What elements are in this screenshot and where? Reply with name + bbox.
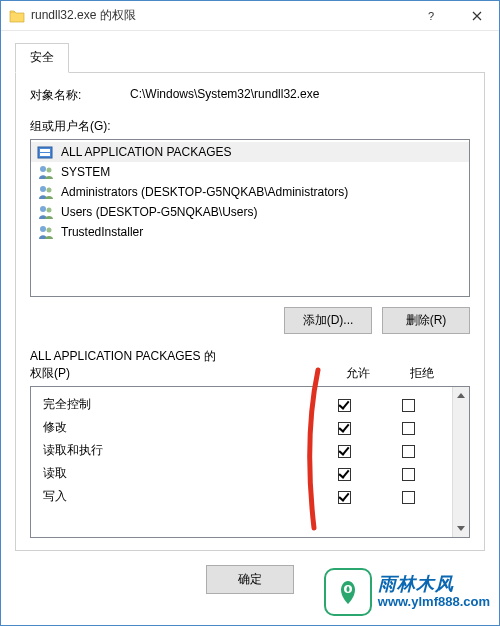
allow-checkbox[interactable] xyxy=(338,468,351,481)
titlebar: rundll32.exe 的权限 ? xyxy=(1,1,499,31)
list-item-label: Administrators (DESKTOP-G5NQKAB\Administ… xyxy=(61,185,348,199)
svg-point-7 xyxy=(47,188,52,193)
groups-listbox[interactable]: ALL APPLICATION PACKAGESSYSTEMAdministra… xyxy=(30,139,470,297)
user-icon xyxy=(37,224,55,240)
list-item[interactable]: Users (DESKTOP-G5NQKAB\Users) xyxy=(31,202,469,222)
package-icon xyxy=(37,144,55,160)
ok-button[interactable]: 确定 xyxy=(206,565,294,594)
column-allow: 允许 xyxy=(326,365,390,382)
watermark-logo: 雨林木风 www.ylmf888.com xyxy=(324,568,490,616)
users-icon xyxy=(37,184,55,200)
list-item-label: SYSTEM xyxy=(61,165,110,179)
close-button[interactable] xyxy=(454,1,499,31)
svg-rect-2 xyxy=(40,149,50,152)
permission-row: 读取 xyxy=(31,462,452,485)
tab-strip: 安全 xyxy=(15,43,485,73)
help-button[interactable]: ? xyxy=(409,1,454,31)
groups-label: 组或用户名(G): xyxy=(30,118,470,135)
permission-row: 读取和执行 xyxy=(31,439,452,462)
svg-rect-1 xyxy=(38,147,52,158)
permission-name: 修改 xyxy=(43,419,312,436)
svg-point-8 xyxy=(40,206,46,212)
object-name-label: 对象名称: xyxy=(30,87,130,104)
deny-checkbox[interactable] xyxy=(402,445,415,458)
scroll-up-button[interactable] xyxy=(453,387,469,404)
security-panel: 对象名称: C:\Windows\System32\rundll32.exe 组… xyxy=(15,73,485,551)
svg-text:?: ? xyxy=(428,10,434,22)
users-icon xyxy=(37,164,55,180)
deny-checkbox[interactable] xyxy=(402,422,415,435)
svg-rect-3 xyxy=(40,153,50,156)
list-item[interactable]: SYSTEM xyxy=(31,162,469,182)
svg-point-6 xyxy=(40,186,46,192)
folder-icon xyxy=(9,9,25,23)
permission-row: 写入 xyxy=(31,485,452,508)
allow-checkbox[interactable] xyxy=(338,491,351,504)
deny-checkbox[interactable] xyxy=(402,468,415,481)
scroll-down-button[interactable] xyxy=(453,520,469,537)
object-name-value: C:\Windows\System32\rundll32.exe xyxy=(130,87,319,104)
column-deny: 拒绝 xyxy=(390,365,454,382)
remove-button[interactable]: 删除(R) xyxy=(382,307,470,334)
list-item-label: Users (DESKTOP-G5NQKAB\Users) xyxy=(61,205,257,219)
tab-security[interactable]: 安全 xyxy=(15,43,69,73)
list-item[interactable]: TrustedInstaller xyxy=(31,222,469,242)
svg-point-10 xyxy=(40,226,46,232)
svg-point-11 xyxy=(47,228,52,233)
logo-icon xyxy=(324,568,372,616)
window-title: rundll32.exe 的权限 xyxy=(31,7,136,24)
logo-cn-text: 雨林木风 xyxy=(378,574,490,595)
svg-point-4 xyxy=(40,166,46,172)
permission-name: 写入 xyxy=(43,488,312,505)
list-item[interactable]: ALL APPLICATION PACKAGES xyxy=(31,142,469,162)
permissions-dialog: rundll32.exe 的权限 ? 安全 对象名称: C:\Windows\S… xyxy=(0,0,500,626)
permission-name: 读取和执行 xyxy=(43,442,312,459)
allow-checkbox[interactable] xyxy=(338,399,351,412)
allow-checkbox[interactable] xyxy=(338,445,351,458)
permission-name: 读取 xyxy=(43,465,312,482)
list-item-label: ALL APPLICATION PACKAGES xyxy=(61,145,232,159)
users-icon xyxy=(37,204,55,220)
permission-row: 完全控制 xyxy=(31,393,452,416)
allow-checkbox[interactable] xyxy=(338,422,351,435)
deny-checkbox[interactable] xyxy=(402,491,415,504)
list-item-label: TrustedInstaller xyxy=(61,225,143,239)
deny-checkbox[interactable] xyxy=(402,399,415,412)
list-item[interactable]: Administrators (DESKTOP-G5NQKAB\Administ… xyxy=(31,182,469,202)
permission-name: 完全控制 xyxy=(43,396,312,413)
svg-point-5 xyxy=(47,168,52,173)
logo-url-text: www.ylmf888.com xyxy=(378,595,490,610)
permissions-box: 完全控制修改读取和执行读取写入 xyxy=(30,386,470,538)
permissions-for-label: ALL APPLICATION PACKAGES 的 权限(P) xyxy=(30,348,326,382)
scrollbar[interactable] xyxy=(452,387,469,537)
svg-point-9 xyxy=(47,208,52,213)
add-button[interactable]: 添加(D)... xyxy=(284,307,372,334)
permission-row: 修改 xyxy=(31,416,452,439)
